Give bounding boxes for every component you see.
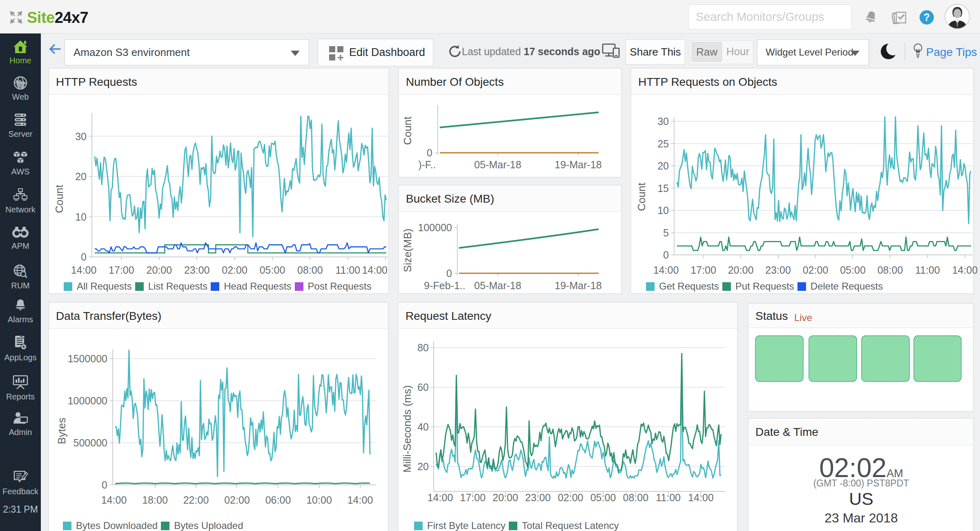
svg-text:14:00: 14:00 xyxy=(688,492,714,503)
svg-text:06:00: 06:00 xyxy=(265,494,291,506)
svg-text:1500000: 1500000 xyxy=(68,353,107,364)
svg-text:Count: Count xyxy=(635,183,648,211)
svg-text:19-Mar-18: 19-Mar-18 xyxy=(555,280,601,291)
svg-text:20: 20 xyxy=(417,461,429,472)
svg-text:10: 10 xyxy=(657,205,669,216)
svg-text:19-Mar-18: 19-Mar-18 xyxy=(555,159,601,170)
svg-text:10:00: 10:00 xyxy=(306,494,332,506)
svg-text:25: 25 xyxy=(657,138,669,149)
svg-text:20:00: 20:00 xyxy=(492,492,518,503)
svg-text:05:00: 05:00 xyxy=(590,492,616,503)
svg-text:1000000: 1000000 xyxy=(68,395,107,406)
svg-text:22:00: 22:00 xyxy=(183,494,209,506)
svg-text:5: 5 xyxy=(663,227,669,239)
svg-text:11:00: 11:00 xyxy=(915,264,940,276)
svg-text:08:00: 08:00 xyxy=(297,264,323,276)
svg-text:05:00: 05:00 xyxy=(260,264,285,276)
svg-text:02:00: 02:00 xyxy=(803,264,829,276)
svg-text:23:00: 23:00 xyxy=(184,264,210,276)
svg-text:20:00: 20:00 xyxy=(728,264,754,276)
svg-text:14:00: 14:00 xyxy=(952,264,978,276)
svg-text:23:00: 23:00 xyxy=(525,492,551,503)
svg-text:14:00: 14:00 xyxy=(362,264,388,276)
svg-text:14:00: 14:00 xyxy=(347,494,373,506)
svg-text:08:00: 08:00 xyxy=(878,264,903,276)
svg-text:60: 60 xyxy=(417,382,429,393)
svg-text:14:00: 14:00 xyxy=(71,264,97,276)
svg-text:14:00: 14:00 xyxy=(101,494,127,506)
svg-text:17:00: 17:00 xyxy=(690,264,716,276)
svg-text:500000: 500000 xyxy=(74,437,107,448)
svg-text:0: 0 xyxy=(446,268,452,279)
svg-text:20: 20 xyxy=(657,160,669,172)
svg-text:05:00: 05:00 xyxy=(840,264,866,276)
svg-text:14:00: 14:00 xyxy=(653,264,679,276)
svg-text:0: 0 xyxy=(102,479,107,491)
svg-text:)-F..: )-F.. xyxy=(418,159,436,170)
svg-text:08:00: 08:00 xyxy=(623,492,649,503)
svg-text:0: 0 xyxy=(663,249,669,261)
svg-text:10: 10 xyxy=(75,211,87,223)
svg-text:40: 40 xyxy=(417,421,429,433)
svg-text:Count: Count xyxy=(401,116,414,145)
svg-text:11:00: 11:00 xyxy=(335,264,360,276)
svg-text:23:00: 23:00 xyxy=(765,264,791,276)
svg-text:20:00: 20:00 xyxy=(147,264,172,276)
svg-text:0: 0 xyxy=(81,251,87,263)
svg-text:30: 30 xyxy=(657,116,669,127)
svg-text:05-Mar-18: 05-Mar-18 xyxy=(474,159,521,170)
svg-text:Count: Count xyxy=(53,185,65,213)
svg-text:30: 30 xyxy=(75,131,87,142)
svg-text:11:00: 11:00 xyxy=(656,492,681,503)
svg-text:80: 80 xyxy=(417,342,429,353)
svg-text:0: 0 xyxy=(427,147,432,158)
svg-text:15: 15 xyxy=(657,183,669,194)
svg-text:20: 20 xyxy=(75,171,87,182)
svg-text:02:00: 02:00 xyxy=(222,264,247,276)
svg-text:100000: 100000 xyxy=(418,222,452,233)
svg-text:Bytes: Bytes xyxy=(56,417,68,444)
svg-text:17:00: 17:00 xyxy=(109,264,134,276)
svg-text:17:00: 17:00 xyxy=(460,492,486,503)
svg-text:05-Mar-18: 05-Mar-18 xyxy=(474,280,521,291)
svg-text:Size(MB): Size(MB) xyxy=(401,229,414,272)
svg-text:9-Feb-1..: 9-Feb-1.. xyxy=(424,280,465,291)
svg-text:Milli-Seconds (ms): Milli-Seconds (ms) xyxy=(401,385,413,473)
svg-text:14:00: 14:00 xyxy=(428,492,453,503)
svg-text:18:00: 18:00 xyxy=(142,494,168,506)
svg-text:02:00: 02:00 xyxy=(558,492,584,503)
svg-text:02:00: 02:00 xyxy=(224,494,250,506)
